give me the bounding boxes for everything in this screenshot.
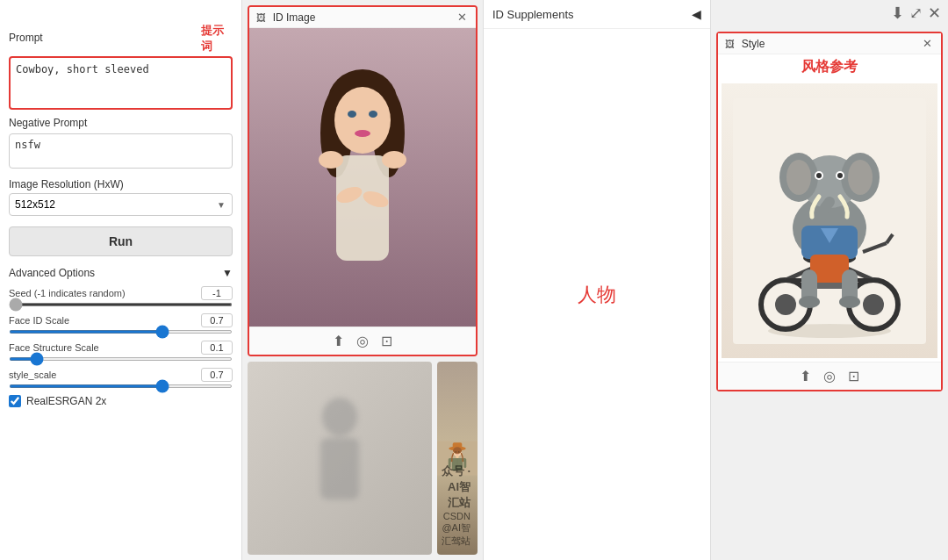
expand-output-icon[interactable]: ⤢: [909, 4, 923, 23]
seed-slider[interactable]: [9, 303, 233, 306]
id-supplements-arrow-icon[interactable]: ◀: [692, 7, 701, 21]
svg-point-6: [369, 111, 377, 118]
svg-point-52: [837, 173, 843, 178]
prompt-label: Prompt: [9, 32, 43, 44]
svg-rect-14: [320, 438, 359, 499]
svg-point-58: [839, 296, 860, 308]
svg-rect-8: [336, 155, 389, 261]
id-supplements-content: 人物: [484, 29, 710, 560]
id-image-title: ID Image: [273, 11, 316, 24]
svg-point-35: [863, 294, 884, 315]
svg-point-22: [457, 453, 458, 454]
svg-rect-28: [449, 459, 451, 468]
svg-point-10: [382, 151, 406, 169]
negative-prompt-label: Negative Prompt: [9, 117, 233, 129]
id-supplements-header: ID Supplements ◀: [484, 0, 710, 29]
id-supplements-label: 人物: [578, 282, 616, 308]
style-panel-title: Style: [742, 38, 765, 50]
face-id-scale-slider[interactable]: [9, 330, 233, 334]
svg-point-20: [456, 451, 456, 452]
svg-rect-29: [463, 459, 466, 468]
resolution-section: Image Resolution (HxW) 512x512 768x768 1…: [9, 178, 233, 216]
svg-point-5: [348, 111, 356, 118]
style-copy-icon[interactable]: ⊡: [848, 368, 859, 384]
bottom-output-row: 众号 · AI智汇站 CSDN @AI智汇驾站: [248, 362, 478, 555]
id-image-header: 🖼 ID Image ✕: [249, 7, 476, 28]
blurred-figure-svg: [296, 392, 384, 524]
style-scale-section: style_scale 0.7: [9, 368, 233, 388]
style-panel-footer: ⬆ ◎ ⊡: [718, 362, 941, 390]
blurred-output-left: [248, 362, 432, 555]
download-output-icon[interactable]: ⬇: [891, 4, 904, 23]
prompt-badge-cn: 提示词: [201, 23, 233, 54]
prompt-container: Cowboy, short sleeved: [9, 56, 233, 110]
svg-point-47: [786, 160, 811, 195]
advanced-options-toggle[interactable]: Advanced Options ▼: [9, 267, 233, 279]
cowgirl-output-svg: [437, 362, 478, 555]
output-controls: ⬇ ⤢ ✕: [711, 0, 948, 26]
style-panel-close-button[interactable]: ✕: [921, 37, 934, 50]
svg-point-4: [334, 87, 391, 154]
id-image-footer: ⬆ ◎ ⊡: [249, 327, 476, 355]
svg-point-9: [319, 151, 343, 169]
style-panel-header: 🖼 Style ✕: [718, 33, 941, 54]
negative-prompt-section: Negative Prompt nsfw: [9, 117, 233, 171]
cowgirl-output: 众号 · AI智汇站 CSDN @AI智汇驾站: [437, 362, 478, 555]
resolution-select-container: 512x512 768x768 1024x1024 ▼: [9, 193, 233, 216]
svg-rect-23: [456, 456, 459, 459]
left-panel: Prompt 提示词 Cowboy, short sleeved Negativ…: [0, 0, 242, 560]
style-scale-slider[interactable]: [9, 384, 233, 388]
copy-icon[interactable]: ⊡: [381, 333, 392, 349]
face-structure-scale-slider[interactable]: [9, 357, 233, 361]
face-id-scale-section: Face ID Scale 0.7: [9, 313, 233, 334]
style-edit-icon[interactable]: ◎: [823, 368, 836, 384]
real-esrgan-row: RealESRGAN 2x: [9, 395, 233, 407]
negative-prompt-input[interactable]: nsfw: [9, 133, 233, 169]
svg-point-57: [799, 296, 820, 308]
id-supplements-title: ID Supplements: [492, 8, 574, 21]
svg-point-13: [322, 398, 357, 436]
center-column: 🖼 ID Image ✕: [242, 0, 483, 560]
blurred-placeholder: [248, 362, 432, 555]
svg-point-21: [458, 451, 459, 452]
id-image-panel: 🖼 ID Image ✕: [248, 5, 478, 356]
svg-point-33: [775, 294, 796, 315]
main-content: 🖼 ID Image ✕: [242, 0, 948, 560]
face-structure-scale-section: Face Structure Scale 0.1: [9, 341, 233, 361]
style-panel: 🖼 Style ✕ 风格参考: [716, 32, 943, 391]
upload-icon[interactable]: ⬆: [333, 333, 344, 349]
edit-icon[interactable]: ◎: [356, 333, 369, 349]
elephant-illustration: [722, 83, 937, 358]
resolution-select[interactable]: 512x512 768x768 1024x1024: [9, 193, 233, 216]
image-icon: 🖼: [256, 12, 266, 23]
seed-section: Seed (-1 indicates random) -1: [9, 286, 233, 306]
id-image-display: [249, 28, 476, 327]
svg-point-19: [453, 447, 462, 454]
real-esrgan-checkbox[interactable]: [9, 395, 21, 407]
real-esrgan-label: RealESRGAN 2x: [26, 395, 106, 407]
id-image-close-button[interactable]: ✕: [456, 11, 469, 24]
svg-point-7: [355, 130, 370, 137]
svg-point-50: [816, 173, 822, 178]
elephant-svg: [733, 98, 926, 344]
lady-portrait-svg: [292, 63, 433, 291]
right-panel: ⬇ ⤢ ✕ 🖼 Style ✕ 风格参考: [711, 0, 948, 560]
chevron-down-icon-advanced: ▼: [222, 267, 233, 279]
id-image-container: [249, 28, 476, 327]
style-upload-icon[interactable]: ⬆: [800, 368, 811, 384]
style-title-cn: 风格参考: [801, 59, 858, 74]
style-image-icon: 🖼: [725, 39, 735, 49]
resolution-label: Image Resolution (HxW): [9, 178, 233, 190]
run-button[interactable]: Run: [9, 226, 233, 256]
advanced-options-label: Advanced Options: [9, 267, 95, 279]
close-output-icon[interactable]: ✕: [928, 4, 941, 23]
prompt-input[interactable]: Cowboy, short sleeved: [11, 58, 231, 105]
style-image-container: [718, 80, 941, 362]
svg-point-48: [848, 160, 873, 195]
id-supplements-column: ID Supplements ◀ 人物: [483, 0, 711, 560]
